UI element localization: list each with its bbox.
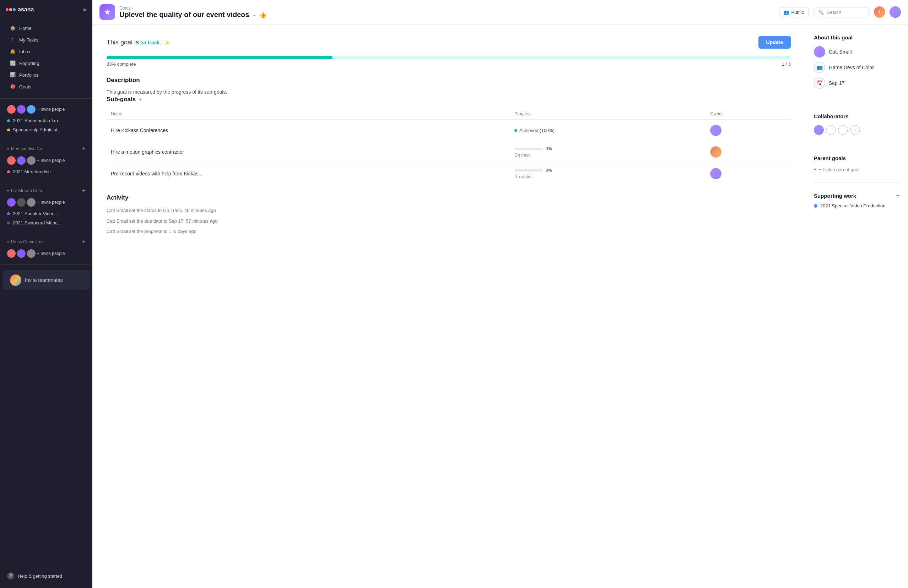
invite-teammates-btn[interactable]: + Invite teammates	[3, 270, 90, 290]
invite-teammates-label: Invite teammates	[25, 277, 63, 283]
activity-item-1: Catt Small set the due date to Sep 17. 5…	[106, 218, 791, 225]
content-area: This goal is on track. ✨ Update 33% comp…	[92, 24, 805, 588]
avatar-1	[7, 198, 16, 207]
sub-goal-owner-cell	[706, 141, 791, 163]
nav-label-home: Home	[19, 26, 32, 31]
on-track-badge: on track	[140, 40, 159, 45]
avatar-2	[17, 198, 26, 207]
supporting-work-item: 2021 Speaker Video Production	[814, 203, 900, 209]
title-dropdown-icon[interactable]: ⌄	[252, 12, 256, 18]
table-row: Hire a motion graphics contractor 0%	[106, 141, 791, 163]
sidebar-item-reporting[interactable]: 📈 Reporting	[3, 58, 90, 69]
link-parent-label: + Link a parent goal	[819, 167, 860, 172]
progress-status: No status	[514, 174, 702, 179]
team-add-icon[interactable]: +	[82, 188, 85, 194]
team-press-header[interactable]: ▾ Press Committee +	[3, 236, 90, 247]
period: .	[159, 40, 161, 45]
sidebar-item-mytasks[interactable]: ✓ My Tasks	[3, 34, 90, 45]
search-placeholder: Search	[827, 10, 841, 15]
about-section: About this goal Catt Small 👥 Game Devs o…	[814, 34, 900, 103]
project-label: Sponsorship Administ...	[13, 127, 61, 132]
dot-blue	[13, 8, 16, 11]
breadcrumb-goals: Goals	[119, 6, 130, 11]
calendar-icon: 📅	[814, 77, 825, 89]
search-bar[interactable]: 🔍 Search	[813, 7, 869, 18]
invite-people-sponsorship[interactable]: + Invite people	[37, 107, 64, 112]
project-swapcard[interactable]: 2021 Swapcard Mana...	[3, 218, 90, 227]
avatar-2	[17, 249, 26, 258]
avatar-3	[27, 105, 35, 114]
project-sponsorship-tra[interactable]: 2021 Sponsorship Tra...	[3, 116, 90, 125]
avatar-1	[7, 249, 16, 258]
avatar-1	[7, 156, 16, 165]
project-sponsorship-admin[interactable]: Sponsorship Administ...	[3, 125, 90, 134]
owner-avatar-img	[710, 168, 721, 179]
help-icon: ?	[7, 572, 14, 580]
invite-people-press[interactable]: + Invite people	[37, 251, 64, 256]
public-button[interactable]: 👥 Public	[779, 7, 808, 18]
progress-fill	[106, 56, 333, 59]
divider-3	[0, 181, 92, 181]
add-collaborator-btn[interactable]: +	[850, 125, 860, 135]
collapse-icon: ▾	[7, 240, 9, 244]
project-merchandise[interactable]: 2021 Merchandise	[3, 167, 90, 176]
owner-avatar	[710, 168, 721, 179]
sidebar-logo: asana ≡	[0, 0, 92, 19]
hamburger-menu[interactable]: ≡	[83, 6, 87, 13]
public-icon: 👥	[784, 10, 789, 15]
add-supporting-work-icon[interactable]: +	[896, 193, 900, 199]
collab-placeholder-2	[838, 125, 848, 135]
add-subgoal-icon[interactable]: +	[138, 96, 142, 103]
owner-avatar	[710, 146, 721, 157]
sidebar-item-goals[interactable]: 🎯 Goals	[3, 81, 90, 92]
team-add-icon[interactable]: +	[82, 239, 85, 245]
page-header: Goals › Uplevel the quality of our event…	[92, 0, 908, 24]
progress-status: On track	[514, 153, 702, 157]
description-text: This goal is measured by the progress of…	[106, 88, 791, 96]
sidebar-item-home[interactable]: 🏠 Home	[3, 22, 90, 34]
avatar-3	[27, 249, 35, 258]
sub-goal-progress-cell: Achieved (100%)	[510, 120, 706, 141]
nav-label-goals: Goals	[19, 84, 31, 90]
link-parent-btn[interactable]: + + Link a parent goal	[814, 167, 900, 172]
activity-item-2: Catt Small set the progress to 1. 6 days…	[106, 228, 791, 235]
collapse-icon: ▾	[7, 189, 9, 193]
sub-goal-name[interactable]: Hire a motion graphics contractor	[111, 149, 184, 155]
sub-goal-progress-cell: 0% No status	[510, 163, 706, 185]
sidebar-item-inbox[interactable]: 🔔 Inbox	[3, 46, 90, 57]
sub-goals-tbody: Hire Kickass Conferences Achieved (100%)	[106, 120, 791, 185]
team-livestream-header[interactable]: ▾ Livestream Com... +	[3, 185, 90, 196]
progress-bg	[106, 56, 791, 59]
main: Goals › Uplevel the quality of our event…	[92, 0, 908, 588]
add-button[interactable]: +	[874, 6, 885, 18]
sidebar-item-portfolios[interactable]: 📊 Portfolios	[3, 69, 90, 80]
invite-people-livestream[interactable]: + Invite people	[37, 200, 64, 205]
update-button[interactable]: Update	[758, 36, 791, 49]
invite-people-merchandise[interactable]: + Invite people	[37, 158, 64, 163]
progress-labels: 33% complete 1 / 3	[106, 61, 791, 67]
parent-goals-section: Parent goals + + Link a parent goal	[814, 155, 900, 183]
team-merchandise-header[interactable]: ▾ Merchandise Co... +	[3, 143, 90, 154]
public-label: Public	[792, 10, 804, 15]
sub-goal-owner-cell	[706, 163, 791, 185]
thumbs-up-icon[interactable]: 👍	[259, 11, 266, 18]
link-parent-icon: +	[814, 167, 817, 172]
help-btn[interactable]: ? Help & getting started	[0, 568, 92, 584]
progress-pct: 0%	[546, 168, 552, 173]
project-dot	[7, 212, 10, 215]
sub-goal-name[interactable]: Pre-record videos with help from Kickas.…	[111, 171, 203, 177]
breadcrumb: Goals ›	[119, 6, 775, 11]
sw-row[interactable]: 2021 Speaker Video Production	[814, 203, 900, 209]
sub-goal-name[interactable]: Hire Kickass Conferences	[111, 127, 168, 133]
user-avatar[interactable]	[890, 6, 901, 18]
team-add-icon[interactable]: +	[82, 146, 85, 152]
activity-section: Activity Catt Small set the status to On…	[106, 194, 791, 235]
right-panel: About this goal Catt Small 👥 Game Devs o…	[805, 24, 908, 588]
mini-progress-bg	[514, 169, 543, 172]
sub-goal-progress-cell: 0% On track	[510, 141, 706, 163]
owner-avatar-img	[710, 146, 721, 157]
project-speaker-video[interactable]: 2021 Speaker Video ...	[3, 209, 90, 218]
team-press: ▾ Press Committee + + Invite people	[0, 235, 92, 261]
team-name: Game Devs of Color	[829, 64, 874, 70]
goal-status-bar: This goal is on track. ✨ Update	[106, 36, 791, 49]
